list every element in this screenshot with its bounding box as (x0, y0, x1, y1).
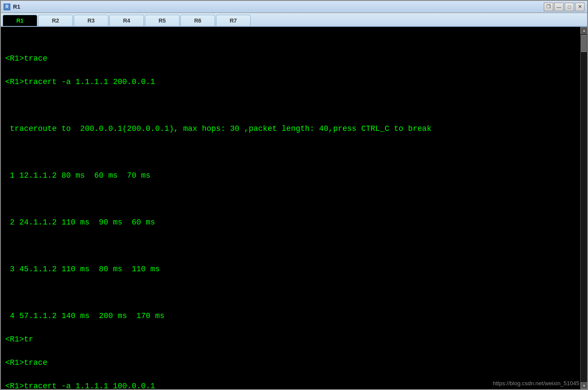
terminal-line: 1 12.1.1.2 80 ms 60 ms 70 ms (5, 170, 576, 182)
terminal-line: 3 45.1.1.2 110 ms 80 ms 110 ms (5, 263, 576, 275)
scroll-track[interactable] (581, 34, 587, 382)
terminal-line (5, 146, 576, 158)
window-controls: ❐ — □ ✕ (544, 3, 585, 11)
tab-r3[interactable]: R3 (74, 15, 108, 26)
terminal-line: 2 24.1.1.2 110 ms 90 ms 60 ms (5, 217, 576, 228)
terminal-line (5, 193, 576, 205)
scrollbar[interactable]: ▲ ▼ (580, 27, 587, 389)
terminal-line: traceroute to 200.0.0.1(200.0.0.1), max … (5, 123, 576, 135)
title-bar: R R1 ❐ — □ ✕ (1, 1, 587, 13)
minimize-button[interactable]: — (554, 3, 564, 11)
tab-r5[interactable]: R5 (145, 15, 180, 26)
scroll-down-button[interactable]: ▼ (581, 382, 587, 389)
tab-r2[interactable]: R2 (38, 15, 73, 26)
terminal-line: <R1>trace (5, 357, 576, 369)
terminal-line: <R1>tr (5, 334, 576, 345)
terminal-line: 4 57.1.1.2 140 ms 200 ms 170 ms (5, 310, 576, 322)
terminal-line: <R1>tracert -a 1.1.1.1 200.0.0.1 (5, 76, 576, 88)
terminal-container: <R1>trace <R1>tracert -a 1.1.1.1 200.0.0… (1, 27, 587, 389)
tab-r6[interactable]: R6 (180, 15, 215, 26)
scroll-thumb[interactable] (581, 35, 587, 52)
terminal-line: <R1>tracert -a 1.1.1.1 100.0.0.1 (5, 380, 576, 389)
tab-r4[interactable]: R4 (109, 15, 144, 26)
terminal-line (5, 287, 576, 299)
watermark-text: https://blog.csdn.net/weixin_51045 (493, 380, 579, 387)
terminal-line: <R1>trace (5, 53, 576, 65)
terminal-line (5, 100, 576, 111)
scroll-up-button[interactable]: ▲ (581, 27, 587, 34)
terminal-output[interactable]: <R1>trace <R1>tracert -a 1.1.1.1 200.0.0… (1, 27, 580, 389)
close-button[interactable]: ✕ (575, 3, 585, 11)
main-window: R R1 ❐ — □ ✕ R1 R2 R3 R4 R5 R6 R7 <R1>tr… (0, 0, 588, 390)
window-title: R1 (13, 3, 544, 10)
app-icon: R (3, 3, 10, 10)
restore-button[interactable]: ❐ (544, 3, 553, 11)
terminal-line (5, 240, 576, 252)
tab-r7[interactable]: R7 (216, 15, 251, 26)
tab-r1[interactable]: R1 (3, 15, 37, 26)
maximize-button[interactable]: □ (565, 3, 574, 11)
tab-bar: R1 R2 R3 R4 R5 R6 R7 (1, 13, 587, 27)
